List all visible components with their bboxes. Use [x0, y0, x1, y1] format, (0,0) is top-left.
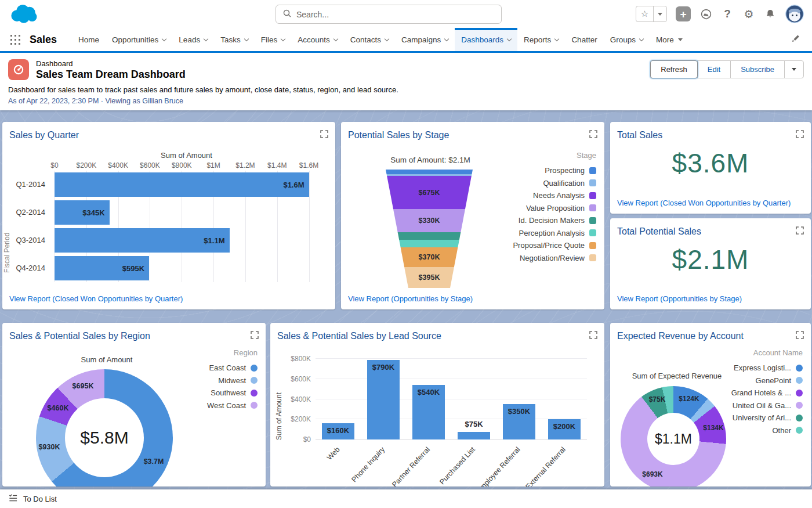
- legend-swatch: [589, 179, 596, 186]
- widget-title: Total Sales: [617, 130, 662, 140]
- tab-accounts[interactable]: Accounts: [291, 28, 344, 51]
- tab-home[interactable]: Home: [72, 28, 106, 51]
- bar-q4-2014[interactable]: $595K: [55, 256, 149, 280]
- search-input[interactable]: [296, 10, 495, 19]
- checklist-icon: [8, 493, 18, 505]
- help-icon[interactable]: ?: [721, 6, 734, 21]
- dashboard-canvas: Sales by Quarter Sum of Amount $0$200K$4…: [0, 110, 812, 508]
- bar-group: $540KPartner Referral: [406, 359, 451, 439]
- legend-item: Express Logisti...: [734, 362, 803, 374]
- chevron-down-icon[interactable]: [639, 36, 644, 41]
- tab-tasks[interactable]: Tasks: [214, 28, 255, 51]
- dashboard-gauge-icon: [8, 59, 29, 80]
- view-report-link[interactable]: View Report (Closed Won Opportunities by…: [617, 199, 791, 207]
- legend-swatch: [796, 402, 803, 409]
- view-report-link[interactable]: View Report (Opportunities by Stage): [348, 294, 473, 303]
- chevron-down-icon[interactable]: [244, 36, 248, 41]
- expand-icon[interactable]: [796, 331, 804, 339]
- dashboard-as-of-text: As of Apr 22, 2023, 2:30 PM · Viewing as…: [8, 97, 183, 105]
- tab-chatter[interactable]: Chatter: [565, 28, 603, 51]
- slice-value-label: $930K: [39, 443, 60, 451]
- axis-tick-label: $400K: [291, 395, 311, 403]
- salesforce-cloud-logo[interactable]: [8, 3, 39, 27]
- funnel-segment-prospecting[interactable]: [386, 170, 473, 174]
- legend-swatch: [796, 415, 803, 421]
- expand-icon[interactable]: [589, 130, 597, 138]
- bar-q3-2014[interactable]: $1.1M: [55, 228, 230, 253]
- bar-q2-2014[interactable]: $345K: [55, 200, 110, 225]
- global-search[interactable]: [276, 5, 502, 24]
- account-donut-chart[interactable]: $1.1M: [621, 386, 726, 487]
- setup-gear-icon[interactable]: ⚙: [742, 6, 755, 21]
- chevron-down-icon[interactable]: [444, 36, 449, 41]
- donut-center-value: $1.1M: [621, 386, 726, 487]
- legend-item: Southwest: [211, 387, 258, 399]
- tab-groups[interactable]: Groups: [604, 28, 650, 51]
- expand-icon[interactable]: [320, 130, 328, 138]
- widget-sales-by-lead-source: Sales & Potential Sales by Lead Source S…: [270, 323, 604, 487]
- caret-down-icon: [792, 68, 796, 71]
- view-report-link[interactable]: View Report (Closed Won Opportunities by…: [9, 294, 183, 303]
- tab-dashboards[interactable]: Dashboards: [455, 28, 517, 51]
- funnel-segment-perception-analysis[interactable]: [386, 240, 473, 247]
- chevron-down-icon[interactable]: [162, 36, 166, 41]
- tab-more[interactable]: More: [650, 28, 689, 51]
- utility-bar-to-do-list[interactable]: To Do List: [0, 489, 812, 508]
- slice-value-label: $75K: [649, 395, 666, 403]
- chevron-down-icon[interactable]: [554, 36, 559, 41]
- pencil-edit-nav-icon[interactable]: [791, 34, 800, 45]
- chevron-down-icon[interactable]: [507, 36, 512, 41]
- dashboard-actions: Refresh Edit Subscribe: [651, 60, 804, 78]
- expand-icon[interactable]: [251, 331, 259, 339]
- legend-title: Region: [234, 348, 258, 357]
- chevron-down-icon[interactable]: [333, 36, 338, 41]
- star-icon[interactable]: ☆: [636, 6, 654, 21]
- metric-value: $2.1M: [610, 244, 811, 275]
- bar-purchased-list[interactable]: [458, 432, 490, 439]
- more-actions-dropdown[interactable]: [784, 60, 804, 78]
- bar-group: $200KExternal Referral: [542, 359, 587, 439]
- legend-swatch: [589, 229, 596, 236]
- tab-campaigns[interactable]: Campaigns: [395, 28, 455, 51]
- notifications-bell-icon[interactable]: [764, 6, 777, 21]
- widget-title: Potential Sales by Stage: [348, 130, 449, 140]
- tab-opportunities[interactable]: Opportunities: [106, 28, 172, 51]
- app-launcher-icon[interactable]: [9, 34, 21, 45]
- chevron-down-icon[interactable]: [281, 36, 285, 41]
- expand-icon[interactable]: [796, 226, 804, 235]
- record-type-label: Dashboard: [36, 59, 73, 68]
- legend-swatch: [796, 427, 803, 434]
- user-avatar[interactable]: [785, 5, 804, 23]
- category-label: Q1-2014: [16, 171, 45, 199]
- edit-button[interactable]: Edit: [697, 60, 731, 78]
- legend-swatch: [589, 167, 596, 174]
- tab-reports[interactable]: Reports: [517, 28, 565, 51]
- funnel-segment-id-decision-makers[interactable]: [386, 232, 473, 240]
- bar-q1-2014[interactable]: $1.6M: [55, 172, 309, 197]
- widget-title: Sales by Quarter: [9, 130, 79, 140]
- global-actions-icon[interactable]: +: [676, 6, 691, 21]
- tab-contacts[interactable]: Contacts: [344, 28, 395, 51]
- funnel-segment-negotiation-review[interactable]: $395K: [386, 267, 473, 288]
- chevron-down-icon[interactable]: [385, 36, 389, 41]
- funnel-segment-needs-analysis[interactable]: $675K: [386, 176, 473, 209]
- funnel-segment-proposal-price-quote[interactable]: $370K: [386, 247, 473, 267]
- app-nav-bar: Sales Home Opportunities Leads Tasks Fil…: [0, 28, 812, 53]
- subscribe-button[interactable]: Subscribe: [730, 60, 785, 78]
- favorites-dropdown[interactable]: [654, 6, 666, 21]
- bar-group: $790KPhone Inquiry: [361, 359, 406, 439]
- guidance-center-icon[interactable]: [699, 6, 712, 21]
- chevron-down-icon[interactable]: [204, 36, 208, 41]
- funnel-segment-value-proposition[interactable]: $330K: [386, 209, 473, 232]
- axis-tick-label: $1.4M: [267, 161, 287, 170]
- bar-phone-inquiry[interactable]: [367, 360, 400, 439]
- expand-icon[interactable]: [589, 331, 597, 339]
- favorites-button[interactable]: ☆: [636, 6, 667, 22]
- tab-files[interactable]: Files: [255, 28, 292, 51]
- region-donut-chart[interactable]: $5.8M: [36, 369, 173, 487]
- funnel-title: Sum of Amount: $2.1M: [348, 156, 513, 164]
- expand-icon[interactable]: [796, 130, 804, 138]
- view-report-link[interactable]: View Report (Opportunities by Stage): [617, 294, 742, 303]
- tab-leads[interactable]: Leads: [172, 28, 214, 51]
- refresh-button[interactable]: Refresh: [650, 60, 698, 78]
